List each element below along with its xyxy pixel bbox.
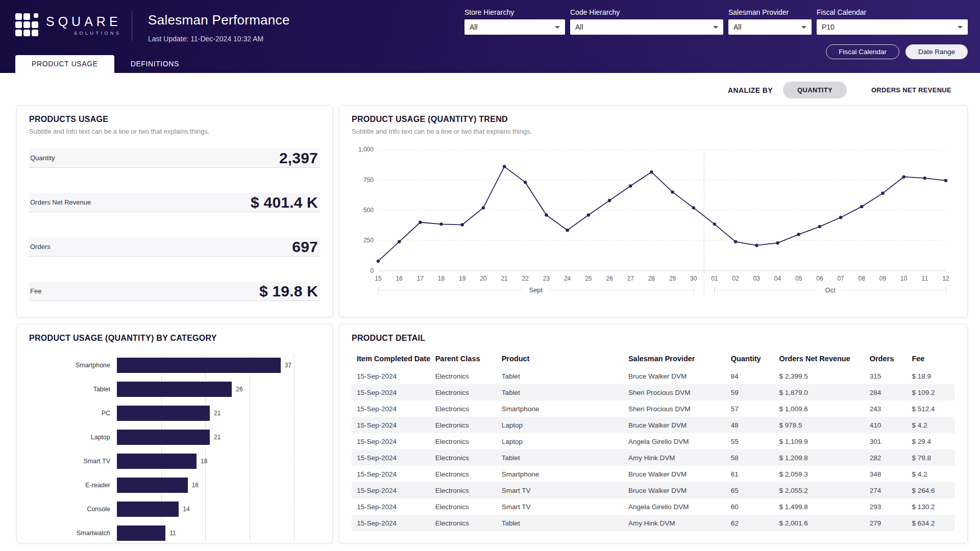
analyze-option-quantity[interactable]: QUANTITY xyxy=(783,82,847,98)
table-cell: $ 264.6 xyxy=(906,482,955,498)
code-hierarchy-value: All xyxy=(575,23,583,31)
table-column-header[interactable]: Orders Net Revenue xyxy=(774,349,864,368)
svg-text:26: 26 xyxy=(606,275,613,282)
bar[interactable] xyxy=(117,502,179,517)
code-hierarchy-select[interactable]: All xyxy=(570,19,723,35)
kpi-value: 2,397 xyxy=(279,149,318,167)
table-row[interactable]: 15-Sep-2024ElectronicsLaptopAngela Girel… xyxy=(352,433,955,449)
svg-text:0: 0 xyxy=(370,267,374,274)
bar[interactable] xyxy=(117,382,232,397)
svg-text:250: 250 xyxy=(363,237,374,244)
bar-category-label: Tablet xyxy=(29,386,117,393)
table-cell: 58 xyxy=(726,449,774,466)
analyze-by-label: ANALIZE BY xyxy=(728,86,773,94)
table-cell: Angela Girello DVM xyxy=(623,498,726,515)
analyze-option-orders-net-revenue[interactable]: ORDERS NET REVENUE xyxy=(857,82,966,98)
kpi-label: Orders Net Revenue xyxy=(30,198,91,206)
bar[interactable] xyxy=(117,478,188,493)
kpi-value: $ 19.8 K xyxy=(259,283,318,300)
table-row[interactable]: 15-Sep-2024ElectronicsSmartphoneBruce Wa… xyxy=(352,466,955,482)
table-row[interactable]: 15-Sep-2024ElectronicsTabletSheri Procio… xyxy=(352,384,955,400)
bar[interactable] xyxy=(117,525,165,541)
bar-row: Tablet26 xyxy=(29,377,320,401)
table-cell: Amy Hink DVM xyxy=(623,515,726,531)
table-cell: Smartphone xyxy=(497,466,623,482)
table-cell: $ 4.2 xyxy=(906,417,955,433)
chevron-down-icon xyxy=(555,26,560,29)
table-cell: $ 1,209.8 xyxy=(774,449,864,466)
bar[interactable] xyxy=(117,406,210,421)
bar[interactable] xyxy=(117,454,197,469)
svg-text:15: 15 xyxy=(375,275,382,282)
table-cell: 55 xyxy=(726,433,774,449)
dashboard-content: PRODUCTS USAGE Subtitle and Info text ca… xyxy=(0,105,980,543)
bar-value-label: 21 xyxy=(214,434,220,441)
bar-category-label: PC xyxy=(29,410,117,417)
date-range-button[interactable]: Date Range xyxy=(905,44,968,59)
bar-track: 11 xyxy=(117,525,303,541)
table-row[interactable]: 15-Sep-2024ElectronicsSmart TVBruce Walk… xyxy=(352,482,955,498)
svg-text:12: 12 xyxy=(942,275,949,282)
table-row[interactable]: 15-Sep-2024ElectronicsSmart TVAngela Gir… xyxy=(352,498,955,515)
table-column-header[interactable]: Salesman Provider xyxy=(623,349,726,368)
chevron-down-icon xyxy=(801,26,806,29)
table-cell: Bruce Walker DVM xyxy=(623,417,726,433)
store-hierarchy-value: All xyxy=(470,23,478,31)
tab-definitions[interactable]: DEFINITIONS xyxy=(114,55,195,73)
bar[interactable] xyxy=(117,358,281,373)
bar-track: 21 xyxy=(117,406,303,421)
table-row[interactable]: 15-Sep-2024ElectronicsLaptopBruce Walker… xyxy=(352,417,955,433)
products-usage-card: PRODUCTS USAGE Subtitle and Info text ca… xyxy=(16,105,333,317)
svg-text:02: 02 xyxy=(732,275,739,282)
table-cell: Angela Girello DVM xyxy=(623,433,726,449)
table-cell: $ 29.4 xyxy=(906,433,955,449)
kpi-value: $ 401.4 K xyxy=(251,194,318,211)
table-row[interactable]: 15-Sep-2024ElectronicsSmartphoneSheri Pr… xyxy=(352,400,955,417)
card-title: PRODUCT DETAIL xyxy=(352,334,955,343)
table-column-header[interactable]: Product xyxy=(497,349,623,368)
table-column-header[interactable]: Quantity xyxy=(726,349,774,368)
table-cell: 410 xyxy=(865,417,907,433)
table-column-header[interactable]: Parent Class xyxy=(430,349,497,368)
table-cell: $ 2,059.3 xyxy=(774,466,864,482)
table-cell: 15-Sep-2024 xyxy=(352,384,430,400)
svg-text:03: 03 xyxy=(753,275,761,282)
product-detail-card: PRODUCT DETAIL Item Completed DateParent… xyxy=(339,324,968,543)
bar-value-label: 26 xyxy=(236,386,242,393)
svg-text:20: 20 xyxy=(480,275,487,282)
table-cell: 243 xyxy=(865,400,907,417)
table-cell: 15-Sep-2024 xyxy=(352,498,430,515)
header-divider xyxy=(132,11,132,41)
table-row[interactable]: 15-Sep-2024ElectronicsTabletAmy Hink DVM… xyxy=(352,515,955,531)
table-cell: Electronics xyxy=(430,482,497,498)
table-cell: Tablet xyxy=(497,449,623,466)
fiscal-calendar-button[interactable]: Fiscal Calendar xyxy=(826,44,899,59)
store-hierarchy-select[interactable]: All xyxy=(464,19,565,35)
filter-label-fiscal-calendar: Fiscal Calendar xyxy=(817,8,968,16)
salesman-provider-select[interactable]: All xyxy=(728,19,812,35)
table-cell: 60 xyxy=(726,498,774,515)
table-column-header[interactable]: Item Completed Date xyxy=(352,349,430,368)
table-cell: 57 xyxy=(726,400,774,417)
svg-text:22: 22 xyxy=(522,275,529,282)
table-cell: Electronics xyxy=(430,466,497,482)
table-cell: Tablet xyxy=(497,515,623,531)
bar-track: 26 xyxy=(117,382,303,397)
table-column-header[interactable]: Orders xyxy=(865,349,907,368)
kpi-row-orders: Orders 697 xyxy=(29,237,320,257)
tab-product-usage[interactable]: PRODUCT USAGE xyxy=(15,55,114,73)
svg-text:09: 09 xyxy=(879,275,887,282)
trend-card: PRODUCT USAGE (QUANTITY) TREND Subtitle … xyxy=(339,105,968,317)
svg-text:24: 24 xyxy=(564,275,571,282)
table-row[interactable]: 15-Sep-2024ElectronicsTabletBruce Walker… xyxy=(352,368,955,384)
table-cell: Sheri Procious DVM xyxy=(623,400,726,417)
bar[interactable] xyxy=(117,430,210,445)
table-cell: 274 xyxy=(865,482,907,498)
bar-category-label: Smartwatch xyxy=(29,530,117,537)
table-column-header[interactable]: Fee xyxy=(906,349,955,368)
filter-label-store-hierarchy: Store Hierarchy xyxy=(464,8,565,16)
table-row[interactable]: 15-Sep-2024ElectronicsTabletAmy Hink DVM… xyxy=(352,449,955,466)
fiscal-calendar-select[interactable]: P10 xyxy=(817,19,968,35)
table-cell: Smart TV xyxy=(497,498,623,515)
table-cell: 293 xyxy=(865,498,907,515)
